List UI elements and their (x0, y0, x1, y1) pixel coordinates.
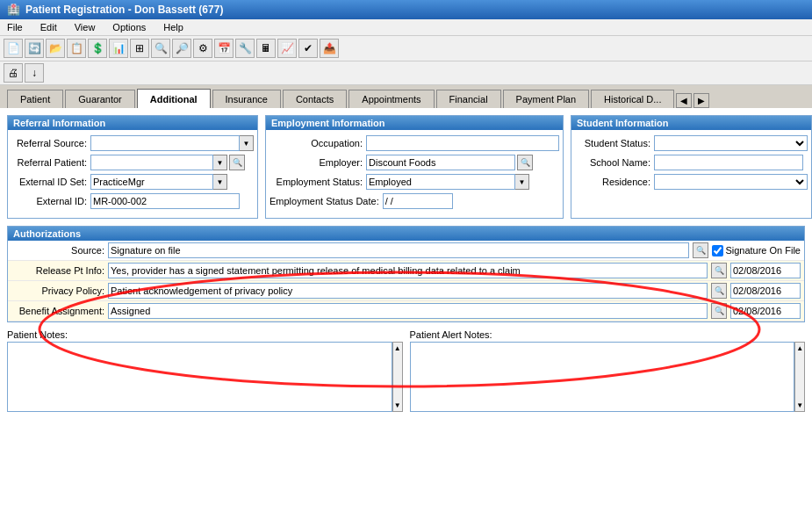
employer-input[interactable] (366, 155, 515, 170)
emp-status-dropdown[interactable]: ▼ (515, 174, 529, 190)
auth-benefit-search[interactable]: 🔍 (711, 303, 727, 319)
tab-historical[interactable]: Historical D... (591, 90, 674, 108)
toolbar-search[interactable]: 🔍 (151, 39, 170, 58)
auth-signature-checkbox[interactable] (712, 245, 723, 256)
authorizations-header: Authorizations (8, 227, 804, 241)
tab-nav-right[interactable]: ▶ (693, 93, 709, 108)
occupation-label: Occupation: (269, 138, 366, 148)
toolbar-table[interactable]: 📊 (109, 39, 128, 58)
employer-search[interactable]: 🔍 (517, 155, 533, 170)
referral-patient-search[interactable]: 🔍 (229, 155, 245, 170)
toolbar-grid[interactable]: ⊞ (130, 39, 149, 58)
external-id-row: External ID: (11, 193, 254, 209)
referral-source-dropdown[interactable]: ▼ (240, 135, 254, 151)
auth-source-input[interactable] (108, 242, 689, 258)
employer-input-group: 🔍 (366, 155, 533, 170)
emp-status-input[interactable] (366, 174, 515, 190)
auth-privacy-search[interactable]: 🔍 (711, 283, 727, 299)
tab-contacts[interactable]: Contacts (283, 90, 347, 108)
residence-select[interactable] (654, 174, 808, 190)
auth-benefit-input[interactable] (108, 303, 708, 319)
tab-payment-plan[interactable]: Payment Plan (503, 90, 589, 108)
toolbar-dollar[interactable]: 💲 (88, 39, 107, 58)
school-name-input[interactable] (654, 155, 803, 170)
toolbar-pages[interactable]: 📋 (67, 39, 86, 58)
referral-patient-dropdown[interactable]: ▼ (213, 155, 227, 170)
emp-status-date-input[interactable] (383, 193, 453, 209)
menu-view[interactable]: View (71, 21, 99, 33)
auth-release-input[interactable] (108, 263, 708, 278)
student-header: Student Information (571, 116, 811, 130)
referral-panel: Referral Information Referral Source: ▼ … (7, 115, 258, 219)
auth-benefit-date[interactable] (730, 303, 801, 319)
external-id-set-dropdown[interactable]: ▼ (213, 174, 227, 190)
authorizations-panel: Authorizations Source: 🔍 Signature On Fi… (7, 226, 805, 322)
school-name-label: School Name: (575, 157, 654, 168)
scroll-up-arrow[interactable]: ▲ (394, 343, 401, 354)
toolbar-tools[interactable]: 🔧 (235, 39, 255, 58)
auth-release-date[interactable] (730, 263, 801, 278)
residence-row: Residence: (575, 174, 808, 190)
tab-guarantor[interactable]: Guarantor (65, 90, 135, 108)
toolbar-new[interactable]: 📄 (4, 39, 23, 58)
tab-financial[interactable]: Financial (436, 90, 501, 108)
alert-scroll-up[interactable]: ▲ (796, 343, 803, 354)
tab-nav-left[interactable]: ◀ (676, 93, 692, 108)
auth-release-search[interactable]: 🔍 (711, 263, 727, 278)
auth-privacy-input[interactable] (108, 283, 708, 299)
auth-release-row: Release Pt Info: 🔍 (8, 261, 804, 281)
title-bar-text: Patient Registration - Don Bassett (677) (25, 4, 223, 16)
external-id-label: External ID: (11, 196, 90, 206)
toolbar-arrow[interactable]: ↓ (25, 63, 44, 83)
referral-source-row: Referral Source: ▼ (11, 135, 254, 151)
patient-notes-label: Patient Notes: (7, 329, 403, 340)
toolbar-refresh[interactable]: 🔄 (25, 39, 44, 58)
auth-source-search[interactable]: 🔍 (693, 242, 708, 258)
alert-notes-label: Patient Alert Notes: (410, 329, 806, 340)
external-id-set-input[interactable] (90, 174, 213, 190)
toolbar-open[interactable]: 📂 (46, 39, 65, 58)
employment-body: Occupation: Employer: 🔍 Employment Statu… (266, 130, 563, 218)
patient-notes-textarea[interactable] (7, 342, 392, 412)
auth-privacy-date[interactable] (730, 283, 801, 299)
title-bar-icon: 🏥 (7, 4, 20, 16)
auth-release-label: Release Pt Info: (11, 265, 108, 276)
toolbar-chart[interactable]: 📈 (277, 39, 297, 58)
auth-privacy-label: Privacy Policy: (11, 285, 108, 296)
auth-privacy-row: Privacy Policy: 🔍 (8, 281, 804, 301)
scroll-down-arrow[interactable]: ▼ (394, 400, 401, 411)
menu-file[interactable]: File (4, 21, 26, 33)
student-status-select[interactable] (654, 135, 808, 151)
referral-source-input[interactable] (90, 135, 240, 151)
employer-label: Employer: (269, 157, 366, 168)
tab-appointments[interactable]: Appointments (349, 90, 434, 108)
school-name-row: School Name: (575, 155, 808, 170)
menu-options[interactable]: Options (109, 21, 149, 33)
student-body: Student Status: School Name: Residence: (571, 130, 811, 199)
toolbar-calendar[interactable]: 📅 (214, 39, 234, 58)
menu-help[interactable]: Help (160, 21, 187, 33)
occupation-input[interactable] (366, 135, 559, 151)
toolbar-export[interactable]: 📤 (320, 39, 339, 58)
residence-input-group (654, 174, 808, 190)
tab-additional[interactable]: Additional (137, 89, 211, 108)
emp-status-row: Employment Status: ▼ (269, 174, 559, 190)
toolbar-settings[interactable]: ⚙ (193, 39, 212, 58)
toolbar-print[interactable]: 🖨 (4, 63, 23, 83)
toolbar-check[interactable]: ✔ (298, 39, 318, 58)
alert-scroll-down[interactable]: ▼ (796, 400, 803, 411)
tab-patient[interactable]: Patient (7, 90, 63, 108)
alert-notes-panel: Patient Alert Notes: ▲ ▼ (410, 329, 806, 412)
patient-notes-scrollbar[interactable]: ▲ ▼ (392, 342, 403, 412)
alert-notes-textarea[interactable] (410, 342, 795, 412)
referral-patient-input[interactable] (90, 155, 213, 170)
referral-patient-row: Referral Patient: ▼ 🔍 (11, 155, 254, 170)
external-id-input[interactable] (90, 193, 240, 209)
auth-signature-text: Signature On File (725, 245, 801, 256)
menu-edit[interactable]: Edit (37, 21, 61, 33)
alert-notes-scrollbar[interactable]: ▲ ▼ (794, 342, 805, 412)
toolbar-zoom[interactable]: 🔎 (172, 39, 191, 58)
tab-insurance[interactable]: Insurance (212, 90, 281, 108)
toolbar-calc[interactable]: 🖩 (256, 39, 276, 58)
auth-source-label: Source: (11, 245, 108, 256)
